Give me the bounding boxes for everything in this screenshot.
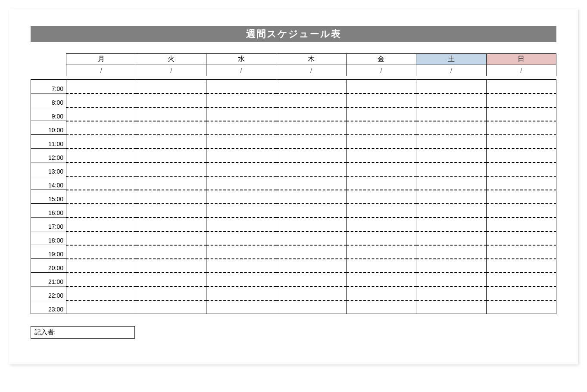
- slot-cell[interactable]: [66, 273, 136, 286]
- slot-cell[interactable]: [486, 190, 556, 204]
- slot-cell[interactable]: [66, 93, 136, 107]
- slot-cell[interactable]: [136, 93, 206, 107]
- slot-cell[interactable]: [276, 176, 346, 190]
- slot-cell[interactable]: [276, 218, 346, 231]
- slot-cell[interactable]: [136, 245, 206, 259]
- slot-cell[interactable]: [346, 231, 416, 245]
- slot-cell[interactable]: [206, 176, 276, 190]
- slot-cell[interactable]: [486, 80, 556, 93]
- slot-cell[interactable]: [346, 286, 416, 300]
- slot-cell[interactable]: [206, 259, 276, 273]
- slot-cell[interactable]: [136, 149, 206, 162]
- slot-cell[interactable]: [276, 259, 346, 273]
- slot-cell[interactable]: [66, 135, 136, 149]
- slot-cell[interactable]: [486, 176, 556, 190]
- slot-cell[interactable]: [276, 300, 346, 314]
- slot-cell[interactable]: [486, 162, 556, 176]
- slot-cell[interactable]: [206, 273, 276, 286]
- slot-cell[interactable]: [346, 245, 416, 259]
- slot-cell[interactable]: [416, 204, 486, 218]
- slot-cell[interactable]: [276, 80, 346, 93]
- slot-cell[interactable]: [276, 121, 346, 135]
- slot-cell[interactable]: [66, 176, 136, 190]
- slot-cell[interactable]: [66, 121, 136, 135]
- slot-cell[interactable]: [416, 286, 486, 300]
- slot-cell[interactable]: [486, 259, 556, 273]
- slot-cell[interactable]: [416, 135, 486, 149]
- slot-cell[interactable]: [416, 149, 486, 162]
- date-cell-sun[interactable]: /: [486, 65, 556, 76]
- slot-cell[interactable]: [66, 80, 136, 93]
- slot-cell[interactable]: [276, 286, 346, 300]
- slot-cell[interactable]: [416, 162, 486, 176]
- slot-cell[interactable]: [416, 121, 486, 135]
- slot-cell[interactable]: [416, 300, 486, 314]
- slot-cell[interactable]: [416, 80, 486, 93]
- slot-cell[interactable]: [66, 190, 136, 204]
- slot-cell[interactable]: [66, 149, 136, 162]
- slot-cell[interactable]: [416, 93, 486, 107]
- slot-cell[interactable]: [346, 162, 416, 176]
- slot-cell[interactable]: [206, 231, 276, 245]
- slot-cell[interactable]: [136, 162, 206, 176]
- slot-cell[interactable]: [206, 80, 276, 93]
- slot-cell[interactable]: [346, 80, 416, 93]
- slot-cell[interactable]: [346, 149, 416, 162]
- slot-cell[interactable]: [206, 93, 276, 107]
- slot-cell[interactable]: [416, 190, 486, 204]
- slot-cell[interactable]: [346, 259, 416, 273]
- slot-cell[interactable]: [136, 135, 206, 149]
- slot-cell[interactable]: [486, 245, 556, 259]
- slot-cell[interactable]: [136, 176, 206, 190]
- slot-cell[interactable]: [276, 273, 346, 286]
- slot-cell[interactable]: [276, 231, 346, 245]
- slot-cell[interactable]: [276, 107, 346, 121]
- date-cell-mon[interactable]: /: [66, 65, 136, 76]
- slot-cell[interactable]: [206, 135, 276, 149]
- slot-cell[interactable]: [346, 121, 416, 135]
- slot-cell[interactable]: [416, 107, 486, 121]
- slot-cell[interactable]: [276, 149, 346, 162]
- slot-cell[interactable]: [136, 273, 206, 286]
- date-cell-wed[interactable]: /: [206, 65, 276, 76]
- slot-cell[interactable]: [486, 121, 556, 135]
- slot-cell[interactable]: [486, 300, 556, 314]
- slot-cell[interactable]: [276, 93, 346, 107]
- slot-cell[interactable]: [206, 149, 276, 162]
- slot-cell[interactable]: [416, 245, 486, 259]
- slot-cell[interactable]: [206, 286, 276, 300]
- slot-cell[interactable]: [486, 93, 556, 107]
- slot-cell[interactable]: [346, 93, 416, 107]
- slot-cell[interactable]: [346, 176, 416, 190]
- slot-cell[interactable]: [66, 218, 136, 231]
- date-cell-fri[interactable]: /: [346, 65, 416, 76]
- slot-cell[interactable]: [486, 107, 556, 121]
- writer-field[interactable]: 記入者:: [31, 326, 135, 339]
- date-cell-sat[interactable]: /: [416, 65, 486, 76]
- slot-cell[interactable]: [136, 286, 206, 300]
- slot-cell[interactable]: [486, 135, 556, 149]
- slot-cell[interactable]: [206, 204, 276, 218]
- slot-cell[interactable]: [136, 259, 206, 273]
- slot-cell[interactable]: [346, 273, 416, 286]
- slot-cell[interactable]: [66, 259, 136, 273]
- slot-cell[interactable]: [346, 204, 416, 218]
- slot-cell[interactable]: [66, 231, 136, 245]
- slot-cell[interactable]: [66, 245, 136, 259]
- slot-cell[interactable]: [206, 245, 276, 259]
- slot-cell[interactable]: [136, 231, 206, 245]
- slot-cell[interactable]: [206, 218, 276, 231]
- slot-cell[interactable]: [206, 190, 276, 204]
- slot-cell[interactable]: [136, 300, 206, 314]
- slot-cell[interactable]: [346, 218, 416, 231]
- slot-cell[interactable]: [66, 107, 136, 121]
- slot-cell[interactable]: [346, 107, 416, 121]
- slot-cell[interactable]: [416, 259, 486, 273]
- slot-cell[interactable]: [136, 190, 206, 204]
- slot-cell[interactable]: [66, 162, 136, 176]
- slot-cell[interactable]: [136, 218, 206, 231]
- slot-cell[interactable]: [486, 218, 556, 231]
- slot-cell[interactable]: [276, 190, 346, 204]
- slot-cell[interactable]: [136, 121, 206, 135]
- slot-cell[interactable]: [66, 286, 136, 300]
